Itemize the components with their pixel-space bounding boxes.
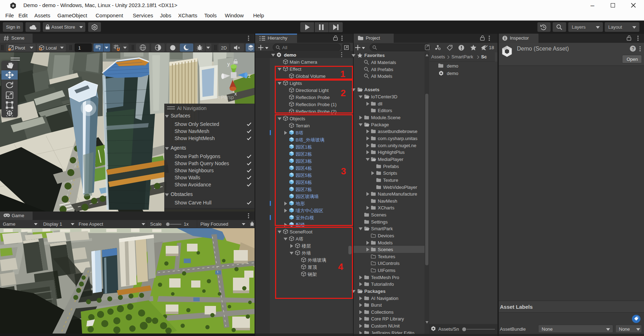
svg-text:?: ? [632, 46, 634, 51]
svg-text:Y: Y [98, 47, 101, 51]
svg-text:y: y [227, 61, 230, 67]
svg-text:z: z [248, 73, 251, 79]
svg-text:x: x [234, 91, 237, 97]
